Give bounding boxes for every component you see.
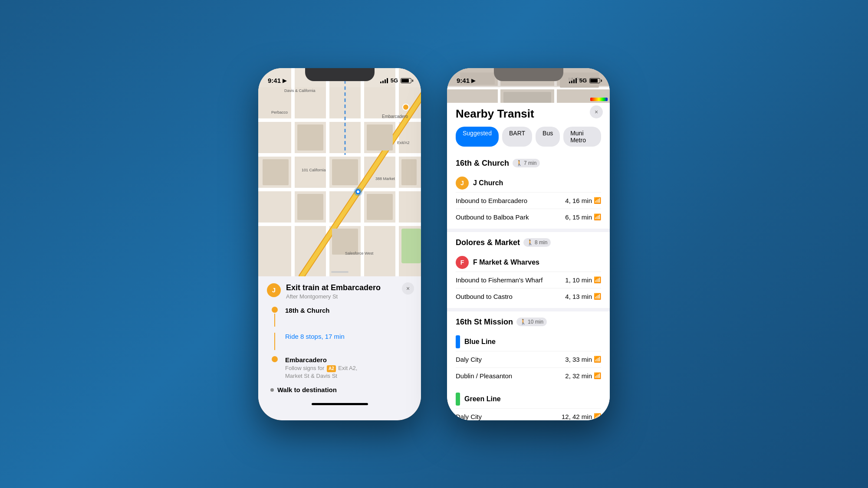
route-name-green: Green Line — [464, 395, 501, 403]
realtime-icon-5: 📶 — [594, 356, 601, 363]
transit-row-inbound-church[interactable]: Inbound to Embarcadero 4, 16 min 📶 — [456, 192, 601, 209]
realtime-icon-7: 📶 — [594, 413, 601, 420]
transit-row-daly-blue[interactable]: Daly City 3, 33 min 📶 — [456, 351, 601, 367]
home-indicator-left[interactable] — [312, 403, 368, 405]
svg-rect-12 — [297, 124, 323, 151]
battery-left — [401, 78, 411, 83]
direction-label-inbound-church: Inbound to Embarcadero — [456, 197, 527, 204]
transit-row-daly-green[interactable]: Daly City 12, 42 min 📶 — [456, 408, 601, 420]
tab-bart[interactable]: BART — [502, 127, 532, 147]
filter-tabs: Suggested BART Bus Muni Metro — [456, 127, 601, 153]
station-16th-church: 16th & Church 🚶 7 min J J Church — [447, 153, 610, 225]
svg-rect-15 — [367, 124, 393, 151]
transit-row-inbound-dolores[interactable]: Inbound to Fisherman's Wharf 1, 10 min 📶 — [456, 272, 601, 288]
direction-label-dublin: Dublin / Pleasanton — [456, 372, 512, 380]
tab-muni-metro[interactable]: Muni Metro — [563, 127, 601, 147]
svg-rect-13 — [332, 159, 358, 185]
divider-2 — [447, 308, 610, 311]
stop-dot-embarcadero — [272, 356, 278, 362]
direction-subtitle: After Montgomery St — [286, 293, 381, 300]
right-phone: 9:41 ▶ 5G — [447, 68, 610, 420]
svg-text:Embarcadero: Embarcadero — [382, 114, 408, 119]
signal-bars-left — [380, 78, 388, 83]
station-name-dolores: Dolores & Market — [456, 238, 520, 247]
walk-icon-dolores: 🚶 — [527, 239, 533, 246]
signal-type-right: 5G — [579, 77, 587, 84]
status-bar-left: 9:41 ▶ 5G — [258, 68, 421, 87]
walk-dot — [270, 388, 274, 392]
walk-badge-dolores: 🚶 8 min — [523, 238, 551, 247]
transit-list: 16th & Church 🚶 7 min J J Church — [447, 153, 610, 420]
svg-rect-17 — [263, 159, 289, 185]
station-header-dolores: Dolores & Market 🚶 8 min — [456, 238, 601, 247]
walk-icon-mission: 🚶 — [520, 319, 526, 325]
panel-header: Nearby Transit × Suggested BART Bus Muni… — [447, 98, 610, 153]
times-outbound-church: 6, 15 min 📶 — [565, 213, 601, 221]
route-badge-j-church: J — [456, 177, 469, 190]
signal-type-left: 5G — [391, 77, 398, 84]
status-right-right: 5G — [569, 77, 600, 84]
location-arrow-left: ▶ — [283, 78, 286, 84]
stops-list: 18th & Church Ride 8 stops, 17 min — [267, 307, 412, 380]
svg-rect-18 — [332, 229, 358, 255]
svg-point-24 — [403, 104, 409, 110]
realtime-icon-4: 📶 — [594, 293, 601, 300]
direction-title: Exit train at Embarcadero — [286, 283, 381, 293]
route-header-f: F F Market & Wharves — [456, 252, 601, 272]
station-header-church: 16th & Church 🚶 7 min — [456, 159, 601, 168]
route-badge-green — [456, 393, 460, 406]
station-16th-mission: 16th St Mission 🚶 10 min Blue Line — [447, 311, 610, 420]
transit-row-dublin[interactable]: Dublin / Pleasanton 2, 32 min 📶 — [456, 367, 601, 384]
route-badge-f: F — [456, 256, 469, 269]
tab-suggested[interactable]: Suggested — [456, 127, 499, 147]
stop-item-ride: Ride 8 stops, 17 min — [270, 333, 412, 350]
direction-label-outbound-dolores: Outbound to Castro — [456, 293, 513, 300]
route-f-market: F F Market & Wharves Inbound to Fisherma… — [456, 252, 601, 305]
station-name-mission: 16th St Mission — [456, 318, 513, 327]
signal-bars-right — [569, 78, 577, 83]
transit-panel: Nearby Transit × Suggested BART Bus Muni… — [447, 98, 610, 420]
stop-line — [274, 314, 275, 327]
status-bar-right: 9:41 ▶ 5G — [447, 68, 610, 87]
realtime-icon-2: 📶 — [594, 213, 601, 220]
stop-name-embarcadero: Embarcadero — [285, 356, 412, 364]
left-phone: 9:41 ▶ 5G — [258, 68, 421, 420]
ride-link[interactable]: Ride 8 stops, 17 min — [285, 333, 412, 340]
realtime-icon-6: 📶 — [594, 372, 601, 379]
map-view[interactable]: Embarcadero Perbacco Exit/A2 101 Califor… — [258, 68, 421, 276]
location-arrow-right: ▶ — [471, 78, 475, 84]
station-header-mission: 16th St Mission 🚶 10 min — [456, 318, 601, 327]
stop-detail-embarcadero: Follow signs for A2 Exit A2,Market St & … — [285, 364, 412, 380]
scroll-indicator — [331, 271, 349, 273]
direction-card: J Exit train at Embarcadero After Montgo… — [258, 276, 421, 401]
times-inbound-church: 4, 16 min 📶 — [565, 197, 601, 204]
svg-rect-14 — [297, 194, 323, 220]
tab-bus[interactable]: Bus — [536, 127, 560, 147]
times-daly-blue: 3, 33 min 📶 — [565, 356, 601, 363]
route-name-j-church: J Church — [473, 179, 503, 187]
direction-label-inbound-dolores: Inbound to Fisherman's Wharf — [456, 276, 542, 284]
walk-badge-mission: 🚶 10 min — [516, 318, 547, 326]
walk-label: Walk to destination — [277, 386, 337, 393]
svg-rect-20 — [401, 229, 421, 263]
svg-rect-16 — [367, 194, 393, 220]
panel-close-button[interactable]: × — [590, 105, 603, 118]
direction-label-daly-blue: Daly City — [456, 356, 482, 363]
direction-title-block: Exit train at Embarcadero After Montgome… — [286, 283, 381, 300]
exit-badge: A2 — [327, 365, 336, 372]
svg-text:Salesforce West: Salesforce West — [345, 251, 374, 255]
direction-close-button[interactable]: × — [402, 282, 414, 295]
route-name-f: F Market & Wharves — [473, 259, 539, 266]
transit-row-outbound-church[interactable]: Outbound to Balboa Park 6, 15 min 📶 — [456, 209, 601, 225]
svg-text:Davis & California: Davis & California — [284, 88, 316, 93]
route-j-church: J J Church Inbound to Embarcadero 4, 16 … — [456, 172, 601, 225]
phone-screen-left: 9:41 ▶ 5G — [258, 68, 421, 420]
stop-dot — [272, 307, 278, 313]
realtime-icon-3: 📶 — [594, 276, 601, 283]
walk-badge-church: 🚶 7 min — [513, 159, 540, 167]
divider-1 — [447, 229, 610, 232]
transit-row-outbound-dolores[interactable]: Outbound to Castro 4, 13 min 📶 — [456, 288, 601, 305]
route-header-green: Green Line — [456, 388, 601, 408]
status-right-left: 5G — [380, 77, 411, 84]
phone-screen-right: 9:41 ▶ 5G — [447, 68, 610, 420]
